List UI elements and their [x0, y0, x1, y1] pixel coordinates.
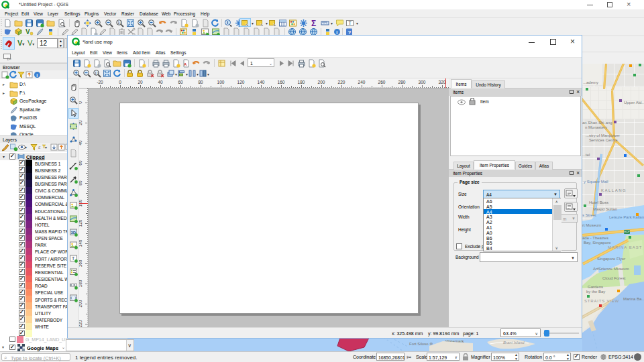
svg-text:V: V — [25, 28, 30, 36]
svg-text:T: T — [349, 21, 352, 25]
svg-text:T: T — [72, 256, 75, 261]
svg-text:A: A — [184, 62, 187, 66]
svg-text:i: i — [36, 73, 38, 78]
svg-text:i: i — [336, 30, 337, 35]
svg-text:i: i — [227, 20, 228, 25]
svg-text:Σ: Σ — [311, 19, 316, 27]
svg-text:1:1: 1:1 — [117, 21, 122, 24]
svg-text:1:1: 1:1 — [95, 71, 99, 74]
svg-text:ε: ε — [38, 144, 41, 150]
